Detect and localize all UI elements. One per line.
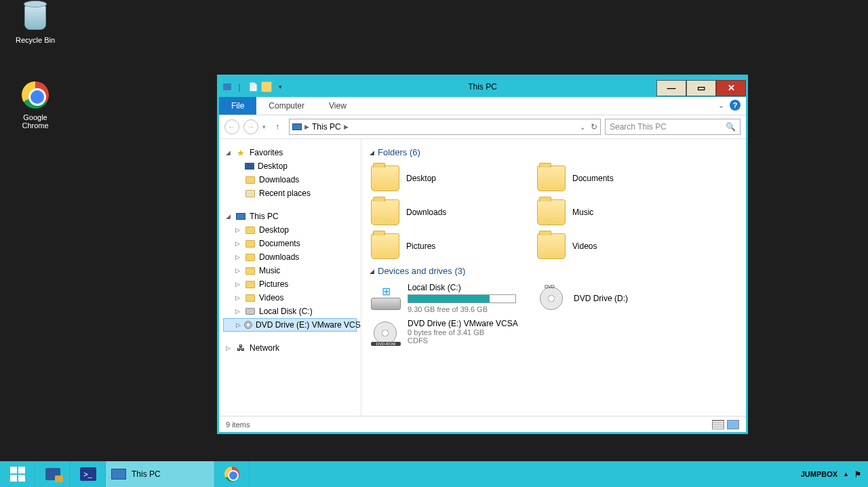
search-placeholder: Search This PC (610, 122, 667, 132)
view-details-button[interactable] (712, 420, 724, 429)
desktop-icon-label: Google Chrome (8, 113, 62, 130)
folder-documents[interactable]: Documents (536, 161, 702, 195)
folder-videos[interactable]: Videos (536, 229, 702, 263)
breadcrumb-sep-icon[interactable]: ▶ (344, 123, 349, 130)
navigation-row: ← → ▾ ↑ ▶ This PC ▶ ⌄ ↻ Search This PC 🔍 (219, 115, 746, 139)
explorer-window: | 📄 ▾ This PC — ▭ ✕ File Computer View ⌄… (217, 75, 748, 434)
tree-item-documents[interactable]: ▷Documents (223, 237, 357, 250)
hdd-icon: ⊞ (371, 283, 401, 310)
qat-properties-icon[interactable]: 📄 (248, 81, 258, 92)
folder-icon (245, 225, 256, 235)
tab-file[interactable]: File (219, 97, 256, 115)
chrome-icon (224, 467, 239, 482)
tab-computer[interactable]: Computer (256, 97, 317, 115)
disk-icon (245, 307, 256, 316)
back-button[interactable]: ← (224, 119, 239, 134)
monitor-icon (245, 163, 254, 170)
breadcrumb-sep-icon: ▶ (304, 123, 309, 130)
tab-view[interactable]: View (317, 97, 359, 115)
tree-item-local-disk-c[interactable]: ▷Local Disk (C:) (223, 305, 357, 318)
address-dropdown-icon[interactable]: ⌄ (580, 123, 585, 131)
search-icon: 🔍 (726, 122, 736, 132)
refresh-icon[interactable]: ↻ (591, 122, 597, 132)
tray-flag-icon[interactable]: ⚑ (854, 470, 861, 479)
folder-icon (245, 293, 256, 303)
drive-dvd-d[interactable]: DVD Drive (D:) (536, 280, 702, 316)
window-titlebar[interactable]: | 📄 ▾ This PC — ▭ ✕ (219, 77, 746, 97)
taskbar-powershell[interactable]: >_ (71, 461, 106, 487)
folder-icon (245, 252, 256, 262)
system-menu-icon[interactable] (223, 83, 231, 90)
chrome-icon (22, 81, 49, 109)
search-input[interactable]: Search This PC 🔍 (605, 119, 741, 135)
network-icon: 🖧 (235, 343, 246, 353)
pc-icon (235, 212, 246, 221)
folder-downloads[interactable]: Downloads (370, 195, 536, 229)
group-header-folders[interactable]: ◢Folders (6) (370, 147, 738, 157)
breadcrumb[interactable]: This PC (312, 122, 341, 132)
drive-dvd-e[interactable]: DVD-ROM DVD Drive (E:) VMware VCSA 0 byt… (370, 316, 536, 349)
navigation-pane: ◢★Favorites Desktop Downloads Recent pla… (219, 139, 361, 416)
desktop-recycle-bin[interactable]: Recycle Bin (8, 4, 62, 44)
recent-dropdown-icon[interactable]: ▾ (262, 123, 266, 130)
recent-icon (245, 189, 256, 198)
tree-item-pictures[interactable]: ▷Pictures (223, 277, 357, 291)
address-bar[interactable]: ▶ This PC ▶ ⌄ ↻ (289, 119, 601, 135)
tree-item-desktop[interactable]: ▷Desktop (223, 223, 357, 237)
folder-icon (537, 165, 566, 191)
folder-icon (245, 279, 256, 289)
status-bar: 9 items (219, 416, 746, 432)
windows-logo-icon (10, 467, 25, 482)
powershell-icon: >_ (80, 467, 96, 481)
taskbar-chrome[interactable] (214, 461, 250, 487)
forward-button[interactable]: → (243, 119, 258, 134)
ribbon-tabs: File Computer View ⌄ ? (219, 97, 746, 115)
minimize-button[interactable]: — (656, 80, 686, 96)
view-large-button[interactable] (727, 420, 739, 429)
folder-icon (245, 175, 256, 184)
taskbar-server-manager[interactable] (35, 461, 71, 487)
close-button[interactable]: ✕ (716, 80, 746, 96)
drive-local-c[interactable]: ⊞ Local Disk (C:) 9.30 GB free of 39.6 G… (370, 280, 536, 316)
tree-this-pc[interactable]: ◢This PC (223, 210, 357, 223)
tray-chevron-up-icon[interactable]: ▲ (843, 471, 849, 478)
maximize-button[interactable]: ▭ (686, 80, 716, 96)
desktop-chrome[interactable]: Google Chrome (8, 81, 62, 130)
folder-icon (371, 165, 399, 191)
qat-customize-icon[interactable]: ▾ (275, 81, 285, 92)
qat-newfolder-icon[interactable] (261, 81, 272, 92)
folder-icon (371, 233, 399, 259)
dvd-icon (537, 283, 567, 310)
status-text: 9 items (226, 421, 250, 429)
host-label: JUMPBOX (801, 470, 837, 478)
group-header-drives[interactable]: ◢Devices and drives (3) (370, 266, 738, 276)
folder-desktop[interactable]: Desktop (370, 161, 536, 195)
system-tray[interactable]: JUMPBOX ▲ ⚑ (794, 461, 868, 487)
tree-network[interactable]: ▷🖧Network (223, 341, 357, 355)
ribbon-expand-icon[interactable]: ⌄ (718, 101, 724, 110)
tree-favorites[interactable]: ◢★Favorites (223, 146, 357, 159)
help-icon[interactable]: ? (730, 100, 741, 111)
folder-icon (537, 199, 566, 225)
taskbar: >_ This PC JUMPBOX ▲ ⚑ (0, 461, 868, 487)
folder-music[interactable]: Music (536, 195, 702, 229)
up-button[interactable]: ↑ (270, 119, 285, 134)
capacity-bar (408, 294, 516, 303)
star-icon: ★ (235, 148, 246, 157)
recycle-bin-icon (24, 4, 46, 30)
start-button[interactable] (0, 461, 35, 487)
tree-item-music[interactable]: ▷Music (223, 264, 357, 277)
tree-item-videos[interactable]: ▷Videos (223, 291, 357, 305)
tree-item-dvd-e[interactable]: ▷DVD Drive (E:) VMware VCSA (223, 318, 357, 332)
tree-item-desktop[interactable]: Desktop (223, 159, 357, 173)
dvd-rom-icon: DVD-ROM (371, 319, 401, 346)
taskbar-explorer-active[interactable]: This PC (106, 461, 214, 487)
folder-icon (245, 239, 256, 248)
tree-item-downloads[interactable]: Downloads (223, 173, 357, 187)
folder-pictures[interactable]: Pictures (370, 229, 536, 263)
server-manager-icon (45, 468, 60, 480)
tree-item-recent[interactable]: Recent places (223, 187, 357, 200)
content-pane: ◢Folders (6) Desktop Documents Downloads… (361, 139, 746, 416)
tree-item-downloads[interactable]: ▷Downloads (223, 250, 357, 264)
desktop-icon-label: Recycle Bin (8, 36, 62, 44)
